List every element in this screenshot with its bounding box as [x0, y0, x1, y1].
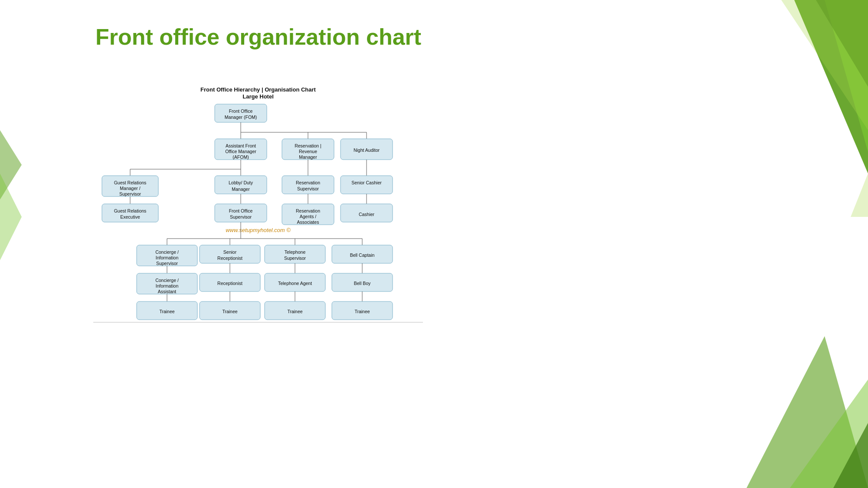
- concierge-asst-text1: Concierge /: [155, 278, 179, 283]
- svg-marker-2: [816, 0, 868, 87]
- svg-marker-0: [794, 0, 868, 174]
- res-sup-text2: Supervisor: [297, 186, 319, 191]
- trainee1-text: Trainee: [159, 309, 174, 314]
- tel-sup-text2: Supervisor: [284, 255, 306, 261]
- res-mgr-text3: Manager: [299, 154, 317, 160]
- senior-recept-text1: Senior: [223, 249, 237, 255]
- guest-rel-exec-text1: Guest Relations: [114, 208, 147, 213]
- bell-captain-text: Bell Captain: [350, 252, 375, 258]
- res-mgr-text2: Revenue: [299, 149, 317, 154]
- svg-marker-7: [0, 130, 22, 200]
- res-agents-text1: Reservation: [296, 208, 320, 213]
- concierge-sup-text1: Concierge /: [155, 249, 179, 255]
- svg-marker-4: [747, 336, 868, 488]
- chart-header-line2: Large Hotel: [242, 93, 274, 100]
- fo-sup-text2: Supervisor: [230, 214, 252, 219]
- res-mgr-text1: Reservation |: [295, 143, 321, 148]
- trainee2-text: Trainee: [222, 309, 237, 314]
- concierge-sup-text2: Information: [156, 255, 179, 260]
- svg-marker-5: [790, 380, 868, 488]
- guest-rel-exec-text2: Executive: [120, 214, 140, 219]
- deco-bottom-right: [747, 336, 868, 488]
- svg-marker-3: [781, 0, 868, 217]
- bell-boy-text: Bell Boy: [354, 281, 371, 286]
- org-chart-svg: .node-box { fill: #d6e8f0; stroke: #7ab0…: [50, 85, 466, 328]
- lobby-duty-text1: Lobby/ Duty: [229, 180, 253, 185]
- res-agents-text3: Associates: [297, 219, 319, 225]
- concierge-asst-text3: Assistant: [158, 289, 177, 294]
- svg-marker-8: [0, 174, 22, 260]
- svg-marker-1: [825, 0, 868, 152]
- lobby-duty-text2: Manager: [232, 187, 250, 192]
- afom-text3: (AFOM): [233, 154, 249, 160]
- watermark-text: www.setupmyhotel.com ©: [226, 227, 291, 233]
- night-auditor-text: Night Auditor: [354, 147, 380, 153]
- fo-sup-text1: Front Office: [229, 208, 253, 213]
- trainee4-text: Trainee: [354, 309, 370, 314]
- cashier-text: Cashier: [359, 212, 375, 217]
- guest-rel-mgr-text2: Manager /: [120, 186, 140, 191]
- afom-text2: Office Manager: [225, 149, 256, 154]
- fom-text2: Manager (FOM): [225, 115, 257, 120]
- tel-sup-text1: Telephone: [285, 249, 306, 255]
- chart-header-line1: Front Office Hierarchy | Organisation Ch…: [200, 86, 316, 93]
- tel-agent-text: Telephone Agent: [278, 281, 312, 286]
- res-agents-text2: Agents /: [300, 214, 317, 219]
- trainee3-text: Trainee: [287, 309, 302, 314]
- deco-top-right: [729, 0, 868, 217]
- guest-rel-mgr-text3: Supervisor: [119, 191, 141, 197]
- guest-rel-mgr-text1: Guest Relations: [114, 180, 147, 185]
- concierge-asst-text2: Information: [156, 283, 179, 288]
- deco-left: [0, 130, 22, 260]
- senior-recept-text2: Receptionist: [217, 255, 242, 261]
- fom-text: Front Office: [229, 108, 253, 114]
- senior-cashier-text1: Senior Cashier: [351, 180, 382, 185]
- receptionist-text: Receptionist: [217, 281, 242, 286]
- afom-text1: Assistant Front: [226, 143, 256, 148]
- concierge-sup-text3: Supervisor: [156, 261, 178, 266]
- svg-marker-6: [833, 423, 868, 488]
- page-title: Front office organization chart: [95, 24, 421, 50]
- res-sup-text1: Reservation: [296, 180, 320, 185]
